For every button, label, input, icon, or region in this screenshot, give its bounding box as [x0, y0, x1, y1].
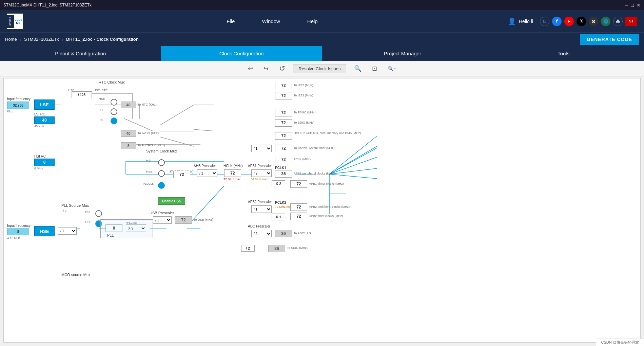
- refresh-button[interactable]: ↺: [276, 63, 288, 74]
- fsmc-label: To FSMC (MHz): [294, 111, 316, 114]
- apb1-timer-box: 72: [290, 180, 307, 188]
- github-icon[interactable]: ⊙: [589, 17, 598, 26]
- rtc-mux-hse[interactable]: [111, 99, 117, 106]
- social-icons: 10 f ▶ 𝕏 ⊙ 🌐 ⁂ ST: [540, 17, 637, 26]
- globe-icon[interactable]: 🌐: [601, 17, 610, 26]
- hse-box[interactable]: HSE: [34, 226, 55, 236]
- generate-code-button[interactable]: GENERATE CODE: [580, 34, 639, 45]
- sysclk-mux-hse[interactable]: [158, 170, 165, 177]
- twitter-icon[interactable]: 𝕏: [577, 17, 586, 26]
- div128-box[interactable]: / 128: [72, 91, 92, 98]
- clock-diagram: Input frequency 32.768 KHz LSE HSE / 128…: [4, 78, 640, 342]
- window-controls: ─ □ ✕: [625, 2, 641, 8]
- undo-button[interactable]: ↩: [245, 63, 256, 74]
- apb2-periph-box: 72: [290, 203, 307, 211]
- footer-text: CSDN @快壳头的码农: [601, 340, 639, 344]
- lse-freq-box[interactable]: 32.768: [7, 102, 29, 109]
- sdio-top-box: 72: [275, 119, 292, 127]
- maximize-button[interactable]: □: [631, 2, 634, 8]
- menu-file[interactable]: File: [227, 18, 235, 24]
- apb2-timer-label: APB2 timer clocks (MHz): [309, 214, 343, 218]
- pll-mux-hsi[interactable]: [95, 210, 102, 217]
- network-icon[interactable]: ⁂: [613, 17, 623, 26]
- i2s3-label: To I2S3 (MHz): [294, 94, 313, 97]
- fclk-label: FCLK (MHz): [294, 158, 311, 161]
- apb1-timer-x2-box: X 2: [272, 180, 285, 187]
- lsi-box[interactable]: 40: [34, 116, 55, 124]
- usb-prescaler-select[interactable]: / 1: [153, 216, 172, 224]
- apb2-timer-x1-box: X 1: [272, 214, 285, 220]
- sysclk-box[interactable]: 72: [173, 171, 190, 178]
- rtc-mux-lsi[interactable]: [111, 117, 117, 124]
- menu-window[interactable]: Window: [262, 18, 280, 24]
- hse-prediv-select[interactable]: / 1: [58, 227, 77, 235]
- rtc-out-box: 40: [121, 102, 136, 108]
- tab-project[interactable]: Project Manager: [322, 46, 483, 61]
- hclk-label: HCLK (MHz): [223, 164, 243, 168]
- adc-prescaler-select[interactable]: / 2: [251, 230, 272, 237]
- logo-area: STM32 Cube MX: [7, 14, 23, 29]
- youtube-icon[interactable]: ▶: [564, 17, 574, 26]
- minimize-button[interactable]: ─: [625, 2, 628, 8]
- apb1-prescaler-select[interactable]: / 2: [251, 169, 272, 177]
- menu-help[interactable]: Help: [307, 18, 318, 24]
- lse-box[interactable]: LSE: [34, 99, 55, 110]
- breadcrumb-home[interactable]: Home: [5, 37, 17, 42]
- svg-line-2: [124, 119, 153, 131]
- tab-clock[interactable]: Clock Configuration: [161, 46, 322, 61]
- fsmc-box: 72: [275, 109, 292, 116]
- footer: CSDN @快壳头的码农: [596, 339, 644, 346]
- close-button[interactable]: ✕: [637, 2, 641, 8]
- apb2-prescaler-select[interactable]: / 1: [251, 205, 272, 213]
- resolve-clock-button[interactable]: Resolve Clock Issues: [293, 64, 346, 73]
- anniversary-icon[interactable]: 10: [540, 17, 549, 26]
- svg-line-19: [329, 146, 377, 174]
- hse-sys-label: HSE: [146, 170, 153, 174]
- svg-line-11: [194, 129, 214, 131]
- i2s2-box: 72: [275, 82, 292, 89]
- sdio-div-box: / 2: [241, 245, 255, 252]
- breadcrumb-device-label: STM32F103ZETx: [24, 37, 59, 42]
- mco-mux-label: MCO source Mux: [61, 273, 91, 277]
- pll-div2-label: / 2: [63, 209, 66, 213]
- rtc-mux-lse[interactable]: [111, 108, 117, 115]
- hsi-rc-label: HSI RC: [34, 154, 46, 158]
- adc-label: To ADC1,2,3: [294, 232, 311, 235]
- lsi-unit: 40 KHz: [34, 125, 44, 128]
- hclk-ahb-box: 72: [275, 132, 292, 140]
- redo-button[interactable]: ↪: [261, 63, 271, 74]
- breadcrumb-device[interactable]: STM32F103ZETx: [24, 37, 59, 42]
- user-icon: 👤: [508, 17, 516, 25]
- breadcrumb: Home › STM32F103ZETx › DHT11_2.ioc - Clo…: [0, 32, 644, 46]
- hclk-box[interactable]: 72: [224, 169, 241, 177]
- facebook-icon[interactable]: f: [552, 17, 562, 26]
- ahb-prescaler-select[interactable]: / 1: [197, 169, 217, 177]
- breadcrumb-current: DHT11_2.ioc - Clock Configuration: [66, 37, 139, 42]
- user-name: Hello li: [519, 19, 533, 24]
- tab-bar: Pinout & Configuration Clock Configurati…: [0, 46, 644, 61]
- i2s2-label: To I2S2 (MHz): [294, 84, 313, 87]
- cortex-timer-select[interactable]: / 1: [251, 145, 272, 152]
- zoom-in-button[interactable]: 🔍: [351, 63, 364, 74]
- zoom-out-button[interactable]: 🔍−: [385, 65, 399, 73]
- tab-tools[interactable]: Tools: [483, 46, 644, 61]
- tab-pinout[interactable]: Pinout & Configuration: [0, 46, 161, 61]
- hse-freq-box[interactable]: 8: [7, 228, 29, 235]
- toolbar: ↩ ↪ ↺ Resolve Clock Issues 🔍 ⊡ 🔍−: [0, 61, 644, 76]
- fit-button[interactable]: ⊡: [369, 63, 380, 74]
- stm32cubemx-logo: STM32 Cube MX: [7, 14, 23, 29]
- rtc-label: To RTC (KHz): [138, 103, 157, 106]
- st-icon[interactable]: ST: [625, 17, 637, 26]
- hse-rtc-label: HSE_RTC: [94, 89, 108, 92]
- hsi-box[interactable]: 8: [34, 159, 55, 166]
- hse-range: 4-16 MHz: [7, 236, 20, 240]
- ahb-prescaler-label: AHB Prescaler: [194, 164, 216, 168]
- sysclk-mux-hsi[interactable]: [158, 159, 165, 166]
- fclk-box: 72: [275, 156, 292, 163]
- sdio-top-label: To SDIO (MHz): [294, 121, 314, 124]
- sysclk-mux-pll[interactable]: [158, 182, 165, 189]
- enable-css-button[interactable]: Enable CSS: [158, 197, 185, 205]
- user-area: 👤 Hello li: [508, 17, 533, 25]
- usb-prescaler-label: USB Prescaler: [150, 211, 174, 215]
- lsi-rc-label: LSI RC: [34, 112, 45, 116]
